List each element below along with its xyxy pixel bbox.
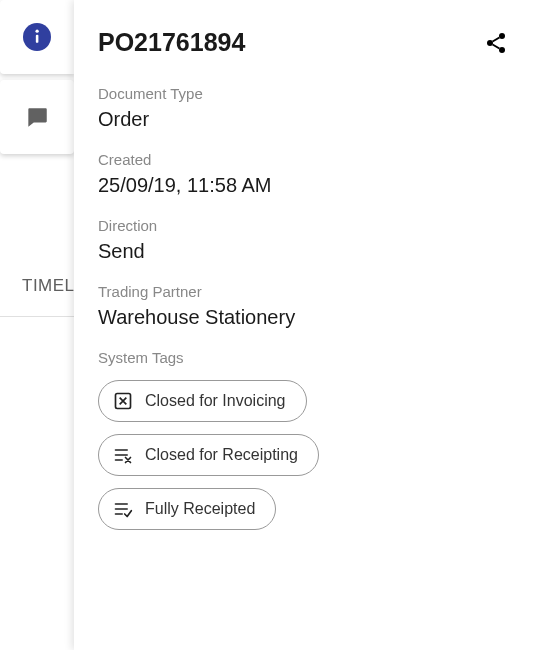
field-label: Trading Partner: [98, 283, 510, 300]
field-value: Warehouse Stationery: [98, 306, 510, 329]
tab-info[interactable]: [0, 0, 74, 74]
system-tags-label: System Tags: [98, 349, 510, 366]
field-direction: Direction Send: [98, 217, 510, 263]
field-label: Created: [98, 151, 510, 168]
document-title: PO21761894: [98, 28, 245, 57]
closed-invoicing-icon: [113, 391, 133, 411]
system-tags-list: Closed for Invoicing Closed for Receipti…: [98, 380, 510, 542]
tag-text: Closed for Receipting: [145, 446, 298, 464]
svg-point-4: [487, 40, 493, 46]
field-label: Document Type: [98, 85, 510, 102]
left-rail: TIMELINE: [0, 0, 74, 650]
tag-text: Closed for Invoicing: [145, 392, 286, 410]
tag-fully-receipted[interactable]: Fully Receipted: [98, 488, 276, 530]
svg-point-5: [499, 47, 505, 53]
svg-rect-1: [36, 35, 39, 43]
field-value: Send: [98, 240, 510, 263]
svg-point-2: [35, 30, 38, 33]
tag-closed-for-invoicing[interactable]: Closed for Invoicing: [98, 380, 307, 422]
panel-header: PO21761894: [98, 28, 510, 57]
closed-receipting-icon: [113, 445, 133, 465]
info-icon: [23, 23, 51, 51]
field-value: 25/09/19, 11:58 AM: [98, 174, 510, 197]
field-document-type: Document Type Order: [98, 85, 510, 131]
field-trading-partner: Trading Partner Warehouse Stationery: [98, 283, 510, 329]
share-button[interactable]: [482, 29, 510, 57]
comment-icon: [24, 104, 50, 130]
tab-comment[interactable]: [0, 80, 74, 154]
svg-point-3: [499, 33, 505, 39]
field-value: Order: [98, 108, 510, 131]
tag-closed-for-receipting[interactable]: Closed for Receipting: [98, 434, 319, 476]
field-created: Created 25/09/19, 11:58 AM: [98, 151, 510, 197]
fully-receipted-icon: [113, 499, 133, 519]
detail-panel: PO21761894 Document Type Order Created 2…: [74, 0, 534, 650]
tag-text: Fully Receipted: [145, 500, 255, 518]
share-icon: [484, 31, 508, 55]
timeline-divider: [0, 316, 74, 317]
system-tags-section: System Tags Closed for Invoicing: [98, 349, 510, 542]
field-label: Direction: [98, 217, 510, 234]
